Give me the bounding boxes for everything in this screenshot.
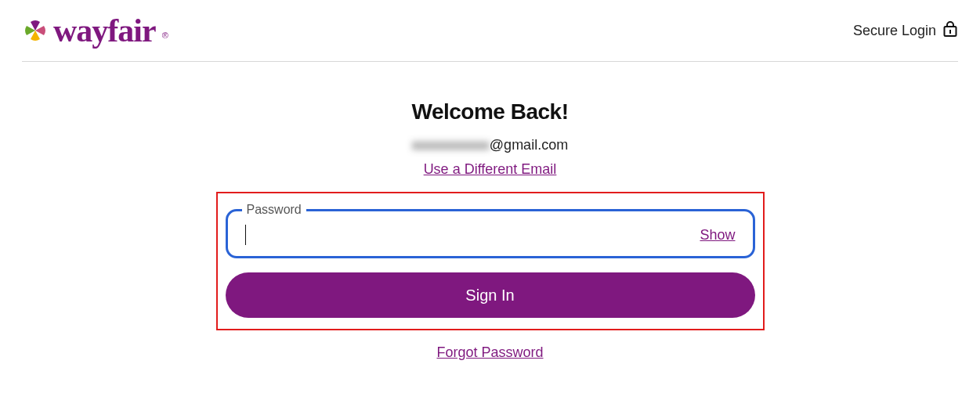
password-input[interactable] <box>246 226 700 244</box>
sign-in-button[interactable]: Sign In <box>226 272 755 318</box>
secure-login-text: Secure Login <box>853 23 936 39</box>
lock-icon <box>942 20 958 41</box>
page-title: Welcome Back! <box>412 99 569 124</box>
svg-rect-1 <box>949 30 951 34</box>
wayfair-pinwheel-icon <box>22 17 49 44</box>
email-display: xxxxxxxxxxx@gmail.com <box>412 137 568 153</box>
email-obscured: xxxxxxxxxxx <box>412 137 490 153</box>
login-panel: Welcome Back! xxxxxxxxxxx@gmail.com Use … <box>0 62 980 361</box>
annotation-highlight: Password Show Sign In <box>216 192 765 330</box>
secure-login-label: Secure Login <box>853 20 958 41</box>
show-password-button[interactable]: Show <box>700 227 735 243</box>
email-visible: @gmail.com <box>490 137 568 153</box>
registered-mark: ® <box>162 31 168 40</box>
password-field-wrap: Password Show <box>226 203 755 258</box>
header: wayfair ® Secure Login <box>0 0 980 61</box>
password-label: Password <box>242 203 306 217</box>
forgot-password-link[interactable]: Forgot Password <box>436 344 543 361</box>
password-fieldset: Password Show <box>226 203 755 258</box>
use-different-email-link[interactable]: Use a Different Email <box>424 161 557 178</box>
brand-logo[interactable]: wayfair ® <box>22 14 168 47</box>
brand-name: wayfair <box>53 14 156 47</box>
